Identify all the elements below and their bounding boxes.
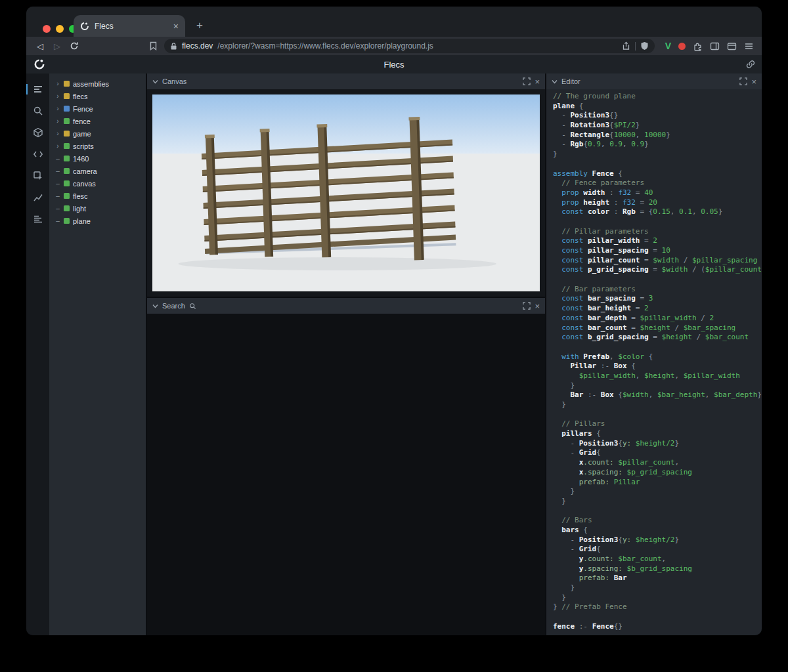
code-line: - Position3{y: $height/2} [553,439,762,449]
close-window-button[interactable] [43,25,51,33]
tree-item[interactable]: –canvas [49,177,146,190]
link-icon[interactable] [746,60,755,69]
code-line: - Rectangle{10000, 10000} [553,131,762,140]
tree-item[interactable]: ›game [49,127,146,140]
tab-title: Flecs [95,22,114,31]
chevron-down-icon[interactable] [552,79,558,84]
divider [635,42,636,51]
reload-button[interactable] [68,40,80,52]
share-icon[interactable] [622,41,630,51]
code-area[interactable]: // The ground planeplane { - Position3{}… [546,89,762,635]
inspector-icon [33,171,43,181]
expand-arrow-icon[interactable]: › [55,105,60,112]
url-path: /explorer/?wasm=https://www.flecs.dev/ex… [217,41,433,51]
expand-arrow-icon[interactable]: › [55,130,60,137]
menu-icon[interactable] [744,41,754,51]
profile-avatar[interactable]: V [665,41,671,51]
tree-item-label: plane [73,217,91,225]
sidebar-icon[interactable] [710,41,720,51]
fullscreen-icon[interactable] [739,77,747,85]
rail-inspector-button[interactable] [30,168,47,184]
code-line: - Rgb{0.9, 0.9, 0.9} [553,140,762,150]
panel-close-icon[interactable]: × [535,77,540,86]
leaf-dash-icon: – [55,180,60,187]
tree-item[interactable]: ›Fence [49,102,146,115]
code-line: } [553,497,762,507]
entity-kind-icon [64,218,70,224]
rail-search-button[interactable] [30,103,47,119]
entity-kind-icon [64,156,70,161]
chevron-down-icon[interactable] [152,304,158,308]
entity-kind-icon [64,205,70,211]
editor-panel: Editor × // The ground planeplane { - Po… [546,74,762,635]
flecs-favicon-icon [80,22,89,31]
code-line [553,410,762,420]
extensions-puzzle-icon[interactable] [693,41,703,51]
fullscreen-icon[interactable] [523,77,531,85]
code-line [553,275,762,285]
leaf-dash-icon: – [55,192,60,200]
panel-close-icon[interactable]: × [535,302,540,310]
expand-arrow-icon[interactable]: › [55,142,60,150]
expand-arrow-icon[interactable]: › [55,117,60,125]
url-bar[interactable]: flecs.dev/explorer/?wasm=https://www.fle… [164,39,655,53]
tab-close-icon[interactable]: × [173,22,179,31]
entity-kind-icon [64,131,70,136]
canvas-panel: Canvas × [147,74,545,297]
tree-item-label: camera [73,167,97,175]
expand-arrow-icon[interactable]: › [55,80,60,87]
chevron-down-icon[interactable] [152,79,158,84]
code-line [553,343,762,352]
code-line: fence :- Fence{} [553,622,762,632]
tree-item[interactable]: –light [49,202,146,215]
code-line: Bar :- Box {$width, $bar_height, $bar_de… [553,390,762,400]
tree-item[interactable]: ›flecs [49,90,146,102]
tree-item[interactable]: –camera [49,165,146,177]
rail-tree-button[interactable] [30,81,47,97]
tree-item[interactable]: –flesc [49,190,146,202]
record-icon[interactable] [678,43,686,50]
code-line: prop height : f32 = 20 [553,198,762,208]
tree-item[interactable]: –1460 [49,152,146,165]
entity-tree: ›assemblies›flecs›Fence›fence›game›scrip… [49,74,146,635]
rail-memory-button[interactable] [30,211,47,227]
canvas-3d-viewport[interactable] [152,94,540,291]
code-line: // Pillars [553,419,762,429]
code-line: prop width : f32 = 40 [553,188,762,198]
browser-tab[interactable]: Flecs × [74,15,185,37]
reload-icon [70,41,79,51]
leaf-dash-icon: – [55,155,60,162]
tree-item-label: scripts [73,142,94,150]
new-tab-button[interactable]: + [192,18,208,33]
tree-item[interactable]: ›scripts [49,140,146,152]
rail-editor-button[interactable] [30,146,47,162]
tree-item[interactable]: ›assemblies [49,77,146,90]
tree-item-label: flesc [73,192,88,200]
fullscreen-icon[interactable] [523,302,531,310]
url-host: flecs.dev [182,41,213,51]
tree-item[interactable]: ›fence [49,115,146,127]
expand-arrow-icon[interactable]: › [55,93,60,100]
tree-item-label: game [73,130,91,138]
tree-item[interactable]: –plane [49,215,146,227]
entity-kind-icon [64,193,70,199]
forward-button[interactable]: ▷ [51,40,63,52]
tree-icon [33,84,43,94]
code-line: const color : Rgb = {0.15, 0.1, 0.05} [553,207,762,217]
shield-icon[interactable] [640,41,649,51]
chart-icon [33,192,43,203]
code-line: } [553,593,762,603]
code-line: const bar_depth = $pillar_width / 2 [553,314,762,324]
bookmark-button[interactable] [147,40,159,52]
minimize-window-button[interactable] [56,25,64,33]
code-line: y.spacing: $b_grid_spacing [553,564,762,574]
code-line: - Position3{} [553,111,762,121]
app-header: Flecs [26,55,762,74]
wallet-icon[interactable] [727,41,737,51]
panel-close-icon[interactable]: × [751,77,756,86]
back-button[interactable]: ◁ [34,40,46,52]
rail-stats-button[interactable] [30,190,47,205]
canvas-body [147,89,545,297]
code-line [553,612,762,622]
rail-entities-button[interactable] [30,125,47,140]
